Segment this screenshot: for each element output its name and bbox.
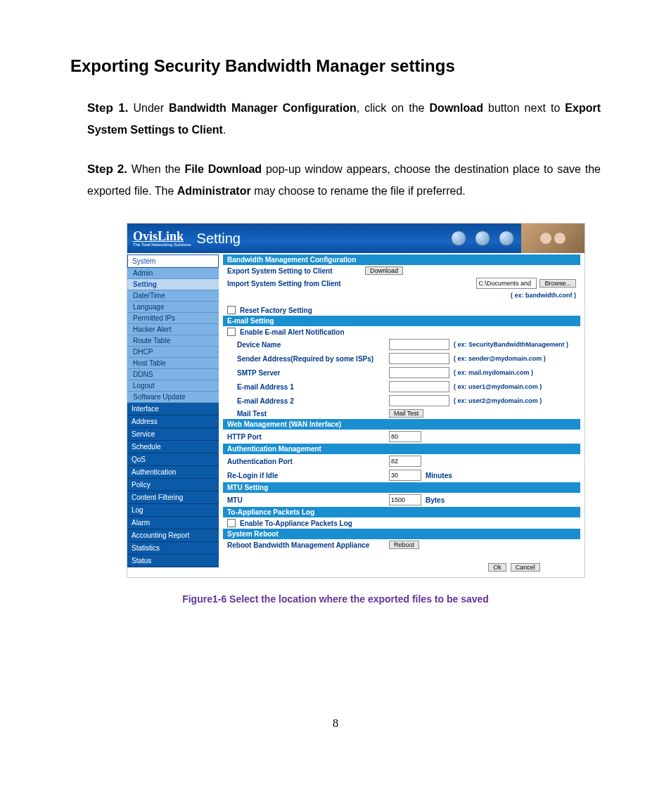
enable-email-checkbox[interactable] (227, 328, 236, 336)
step-1-bold-2: Download (430, 102, 483, 114)
sidebar-section-policy[interactable]: Policy (127, 479, 219, 491)
download-button[interactable]: Download (365, 266, 403, 275)
logo: OvisLink The Total Networking Solutions (127, 230, 191, 247)
sidebar-section-log[interactable]: Log (127, 504, 219, 517)
device-name-input[interactable] (389, 339, 449, 350)
globe-icon (475, 231, 490, 246)
sidebar-item-route-table[interactable]: Route Table (127, 335, 219, 347)
banner: OvisLink The Total Networking Solutions … (127, 224, 584, 253)
smtp-server-input[interactable] (389, 367, 449, 378)
sidebar-item-host-table[interactable]: Host Table (127, 358, 219, 369)
section-bw-config: Bandwidth Management Configuration (223, 254, 580, 265)
section-packets-log: To-Appliance Packets Log (223, 507, 580, 517)
device-name-hint: ( ex: SecurityBandwidthManagement ) (454, 341, 568, 348)
sidebar-item-logout[interactable]: Logout (127, 380, 219, 392)
sidebar-item-admin[interactable]: Admin (127, 268, 219, 279)
globe-icon (451, 231, 466, 246)
sidebar-section-content-filtering[interactable]: Content Filtering (127, 491, 219, 504)
section-auth-mgmt: Authentication Management (223, 444, 580, 454)
email2-hint: ( ex: user2@mydomain.com ) (454, 397, 542, 404)
sidebar-item-dhcp[interactable]: DHCP (127, 347, 219, 358)
http-port-label: HTTP Port (227, 433, 385, 441)
banner-title: Setting (197, 231, 241, 247)
sender-address-label: Sender Address(Required by some ISPs) (237, 355, 385, 363)
step-2-bold-2: Administrator (177, 185, 251, 197)
export-label: Export System Setting to Client (227, 267, 361, 275)
sender-address-hint: ( ex: sender@mydomain.com ) (454, 355, 546, 362)
sidebar-section-qos[interactable]: QoS (127, 453, 219, 466)
sidebar-section-schedule[interactable]: Schedule (127, 441, 219, 453)
step-1-bold-1: Bandwidth Manager Configuration (169, 102, 357, 114)
step-2-text-1: When the (132, 163, 185, 175)
sidebar-section-status[interactable]: Status (127, 555, 219, 567)
embedded-screenshot: OvisLink The Total Networking Solutions … (127, 223, 585, 578)
email2-label: E-mail Address 2 (237, 397, 385, 405)
main-panel: Bandwidth Management Configuration Expor… (219, 253, 584, 577)
section-reboot: System Reboot (223, 529, 580, 539)
step-2-bold-1: File Download (184, 163, 262, 175)
sidebar-item-software-update[interactable]: Software Update (127, 392, 219, 403)
sidebar-item-hacker-alert[interactable]: Hacker Alert (127, 324, 219, 335)
step-2-label: Step 2. (87, 162, 127, 176)
smtp-server-hint: ( ex: mail.mydomain.com ) (454, 369, 533, 376)
cancel-button[interactable]: Cancel (511, 563, 540, 572)
section-email: E-mail Setting (223, 316, 580, 326)
import-label: Import System Setting from Client (227, 280, 361, 288)
enable-packets-label: Enable To-Appliance Packets Log (240, 520, 352, 527)
step-1-text-3: button next to (483, 102, 565, 114)
bytes-label: Bytes (426, 496, 445, 504)
sidebar-item-setting[interactable]: Setting (127, 279, 219, 290)
page-title: Exporting Security Bandwidth Manager set… (70, 56, 601, 76)
sidebar-section-address[interactable]: Address (127, 415, 219, 428)
reboot-button[interactable]: Reboot (389, 541, 419, 549)
email1-input[interactable] (389, 381, 449, 392)
mail-test-label: Mail Test (237, 410, 385, 418)
sender-address-input[interactable] (389, 353, 449, 364)
section-web-mgmt: Web Management (WAN Interface) (223, 419, 580, 430)
import-path-input[interactable]: C:\Documents and (476, 278, 537, 289)
reset-factory-checkbox[interactable] (227, 306, 236, 314)
section-mtu: MTU Setting (223, 482, 580, 493)
reset-factory-label: Reset Factory Setting (240, 307, 312, 314)
step-1-label: Step 1. (87, 101, 128, 115)
mtu-input[interactable]: 1500 (389, 494, 421, 505)
browse-button[interactable]: Browse... (539, 279, 576, 288)
sidebar-item-ddns[interactable]: DDNS (127, 369, 219, 380)
step-1-text-2: , click on the (357, 102, 430, 114)
mtu-label: MTU (227, 496, 385, 504)
auth-port-label: Authentication Port (227, 458, 385, 465)
sidebar-item-datetime[interactable]: Date/Time (127, 290, 219, 302)
device-name-label: Device Name (237, 341, 385, 349)
sidebar-section-system[interactable]: System (127, 254, 219, 268)
sidebar-section-service[interactable]: Service (127, 428, 219, 441)
email2-input[interactable] (389, 395, 449, 406)
sidebar-section-authentication[interactable]: Authentication (127, 466, 219, 479)
enable-packets-checkbox[interactable] (227, 519, 236, 527)
banner-photo (521, 224, 584, 253)
sidebar-section-alarm[interactable]: Alarm (127, 517, 219, 529)
import-hint: ( ex: bandwidth.conf ) (511, 292, 576, 299)
auth-port-input[interactable]: 82 (389, 456, 421, 467)
figure-caption: Figure1-6 Select the location where the … (70, 593, 601, 605)
step-1-text-1: Under (133, 102, 169, 114)
step-1: Step 1. Under Bandwidth Manager Configur… (87, 97, 601, 141)
http-port-input[interactable]: 80 (389, 431, 421, 442)
sidebar-item-permitted-ips[interactable]: Permitted IPs (127, 313, 219, 324)
email1-label: E-mail Address 1 (237, 383, 385, 391)
sidebar-item-language[interactable]: Language (127, 302, 219, 313)
sidebar: System Admin Setting Date/Time Language … (127, 253, 219, 577)
ok-button[interactable]: Ok (488, 563, 506, 572)
reboot-label: Reboot Bandwidth Management Appliance (227, 541, 385, 549)
globe-icons (451, 231, 514, 246)
relogin-input[interactable]: 30 (389, 470, 421, 481)
minutes-label: Minutes (426, 472, 452, 479)
email1-hint: ( ex: user1@mydomain.com ) (454, 383, 542, 390)
logo-text: OvisLink (133, 230, 191, 243)
step-2-text-3: may choose to rename the file if preferr… (251, 185, 466, 197)
mail-test-button[interactable]: Mail Test (389, 409, 423, 418)
page-number: 8 (70, 717, 601, 730)
sidebar-section-statistics[interactable]: Statistics (127, 542, 219, 555)
globe-icon (499, 231, 514, 246)
sidebar-section-accounting-report[interactable]: Accounting Report (127, 529, 219, 542)
sidebar-section-interface[interactable]: Interface (127, 403, 219, 415)
